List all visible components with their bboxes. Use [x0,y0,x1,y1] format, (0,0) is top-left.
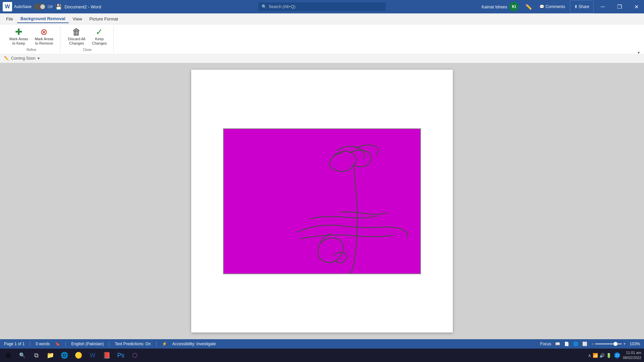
coming-soon-bar: ✏️ Coming Soon ▾ [0,54,644,63]
focus-button[interactable]: Focus [540,342,551,346]
bookmark-icon: 🔖 [55,342,60,346]
photoshop-icon[interactable]: Ps [114,349,127,362]
save-icon[interactable]: 💾 [55,4,62,10]
file-explorer-icon[interactable]: 📁 [44,349,57,362]
coming-soon-dropdown-icon[interactable]: ▾ [38,56,40,61]
mark-keep-label: Mark Areasto Keep [9,37,28,46]
signature-image [224,129,420,274]
discard-icon: 🗑 [72,27,81,36]
comments-button[interactable]: 💬 Comments [536,0,568,13]
discard-label: Discard AllChanges [68,37,85,46]
close-button[interactable]: ✕ [629,0,644,13]
word-taskbar-icon[interactable]: W [86,349,99,362]
zoom-in-icon[interactable]: + [623,342,626,346]
user-area: Kainat Idrees KI [479,2,522,11]
close-buttons: 🗑 Discard AllChanges ✓ KeepChanges [65,26,109,47]
titlebar-right: Kainat Idrees KI ✏️ 💬 Comments ⬆ Share ─… [479,0,644,13]
accessibility[interactable]: Accessibility: Investigate [172,342,216,346]
doc-title: Document2 - Word [65,4,101,9]
document-page [191,70,453,333]
mark-areas-keep-button[interactable]: ✚ Mark Areasto Keep [7,26,31,47]
menu-bar: File Background Removal View Picture For… [0,13,644,24]
chrome-icon[interactable]: 🟡 [72,349,85,362]
zoom-out-icon[interactable]: − [591,342,594,346]
statusbar-right: Focus 📖 📄 🌐 ⬜ − + 103% [540,342,640,346]
search-icon: 🔍 [262,4,267,9]
ribbon-collapse-button[interactable]: ▾ [633,49,644,57]
view-focus-icon[interactable]: ⬜ [582,342,587,346]
toggle-state: Off [48,5,52,9]
titlebar: W AutoSave Off 💾 Document2 - Word 🔍 Sear… [0,0,644,13]
taskbar: ⊞ 🔍 ⧉ 📁 🌐 🟡 W 📕 Ps ⬡ ∧ 📶 🔊 🔋 23 11:01 am… [0,349,644,362]
left-margin [0,63,112,339]
refine-group-label: Refine [26,48,36,52]
mark-keep-icon: ✚ [15,27,22,36]
view-web-icon[interactable]: 🌐 [573,342,578,346]
system-tray-icons: ∧ 📶 🔊 🔋 [588,353,611,358]
wifi-icon[interactable]: 📶 [593,353,598,358]
user-name: Kainat Idrees [482,4,507,9]
word-logo-icon: W [3,2,12,11]
mark-remove-icon: ⊗ [40,27,48,36]
statusbar-sep3 [109,341,109,347]
menu-picture-format[interactable]: Picture Format [86,15,121,23]
taskbar-apps: ⧉ 📁 🌐 🟡 W 📕 Ps ⬡ [30,349,142,362]
keep-icon: ✓ [96,27,103,36]
menu-background-removal[interactable]: Background Removal [17,15,69,23]
view-print-icon[interactable]: 📄 [564,342,569,346]
task-view-icon[interactable]: ⧉ [30,349,43,362]
avatar: KI [509,2,519,11]
coming-soon-pen-icon: ✏️ [4,56,9,61]
autosave-area: AutoSave Off [14,4,53,10]
start-button[interactable]: ⊞ [0,349,16,362]
document-scroll[interactable] [112,63,532,339]
share-button[interactable]: ⬆ Share [570,0,594,13]
mark-remove-label: Mark Areasto Remove [35,37,54,46]
menu-view[interactable]: View [69,15,86,23]
page-info: Page 1 of 1 [4,342,24,346]
battery-icon[interactable]: 🔋 [606,353,611,358]
pen-icon[interactable]: ✏️ [523,4,535,10]
menu-file[interactable]: File [3,15,16,23]
refine-buttons: ✚ Mark Areasto Keep ⊗ Mark Areasto Remov… [7,26,56,47]
image-container [223,128,421,274]
right-margin [532,63,644,339]
ribbon-group-refine: ✚ Mark Areasto Keep ⊗ Mark Areasto Remov… [3,26,60,52]
keep-changes-button[interactable]: ✓ KeepChanges [89,26,109,47]
statusbar-sep2 [65,341,66,347]
statusbar-sep1 [30,341,30,347]
clock-date: 08/02/2022 [623,355,641,360]
discard-all-changes-button[interactable]: 🗑 Discard AllChanges [65,26,88,47]
statusbar-sep4 [156,341,157,347]
notification-badge[interactable]: 23 [614,352,620,358]
volume-icon[interactable]: 🔊 [599,353,605,358]
zoom-level: 103% [630,342,640,346]
accessibility-icon: ⚡ [162,342,167,346]
restore-button[interactable]: ❐ [612,0,627,13]
language: English (Pakistan) [71,342,104,346]
taskbar-search-button[interactable]: 🔍 [16,349,28,362]
edge-icon[interactable]: 🌐 [58,349,71,362]
search-placeholder: Search (Alt+Q) [269,4,296,9]
app8-icon[interactable]: ⬡ [128,349,142,362]
statusbar: Page 1 of 1 0 words 🔖 English (Pakistan)… [0,339,644,349]
zoom-thumb [613,342,618,346]
word-count: 0 words [36,342,50,346]
zoom-slider[interactable] [595,343,622,345]
chevron-up-icon[interactable]: ∧ [588,353,591,358]
autosave-label: AutoSave [14,4,32,9]
acrobat-icon[interactable]: 📕 [100,349,113,362]
minimize-button[interactable]: ─ [595,0,610,13]
autosave-toggle[interactable] [34,4,46,10]
search-box[interactable]: 🔍 Search (Alt+Q) [258,2,386,11]
taskbar-clock[interactable]: 11:01 am 08/02/2022 [623,350,641,361]
close-group-label: Close [83,48,92,52]
view-read-icon[interactable]: 📖 [555,342,560,346]
keep-label: KeepChanges [92,37,107,46]
text-predictions: Text Predictions: On [115,342,151,346]
mark-areas-remove-button[interactable]: ⊗ Mark Areasto Remove [32,26,56,47]
ribbon-group-close: 🗑 Discard AllChanges ✓ KeepChanges Close [61,26,114,52]
zoom-area: − + [591,342,626,346]
clock-time: 11:01 am [623,350,641,355]
coming-soon-text: Coming Soon [11,56,36,61]
